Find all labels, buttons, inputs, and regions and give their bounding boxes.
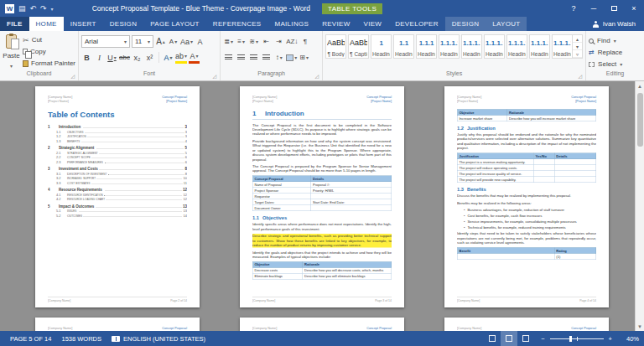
table-row[interactable]: Project SponsorPriority: H/M/L — [252, 188, 392, 194]
toc-entry[interactable]: 1 Introduction 3 — [48, 125, 187, 129]
table-row[interactable]: Eliminate backlogsDescribe how you will … — [252, 273, 392, 279]
page-strategic-alignment[interactable]: [Company Name][Project Name] Concept Pro… — [240, 318, 404, 331]
gallery-more-icon[interactable]: ▿ — [573, 50, 582, 58]
bold-button[interactable]: B — [81, 51, 92, 64]
grow-font-button[interactable]: A▴ — [155, 35, 166, 48]
zoom-slider[interactable] — [550, 338, 604, 339]
multilevel-list-button[interactable]: ≋▾ — [248, 35, 259, 48]
style-item[interactable]: 1.1 Heading 2 — [393, 34, 414, 59]
zoom-slider-thumb[interactable] — [569, 336, 572, 342]
toc-entry[interactable]: 1.1 Objectives 3 — [48, 130, 187, 134]
increase-indent-button[interactable]: ⇥ — [273, 35, 284, 48]
page-benefit-continued[interactable]: [Company Name][Project Name] Concept Pro… — [35, 318, 200, 331]
shrink-font-button[interactable]: A▾ — [168, 35, 179, 48]
table-row[interactable]: Increase market shareDescribe how you wi… — [457, 116, 596, 121]
ribbon-tab[interactable]: MAILINGS — [268, 17, 316, 31]
font-color-button[interactable]: A▾ — [189, 51, 200, 64]
table-row[interactable]: The project is a revenue-making opportun… — [457, 159, 596, 165]
toc-entry[interactable]: 2 Strategic Alignment 5 — [48, 146, 187, 150]
numbering-button[interactable]: ≡▾ — [236, 35, 247, 48]
style-item[interactable]: 1.1.1 Heading 3 — [416, 34, 437, 59]
change-case-button[interactable]: Aa▾ — [180, 35, 193, 48]
style-item[interactable]: AaBbCcI ¶ Caption — [348, 34, 369, 59]
toc-entry[interactable]: 3.2 Increased Support 10 — [48, 176, 187, 180]
ribbon-tab[interactable]: LAYOUT — [486, 17, 527, 31]
gallery-scroll-up-icon[interactable]: ▴ — [573, 35, 582, 43]
align-right-button[interactable] — [248, 51, 259, 64]
style-item[interactable]: AaBbCcI ¶ Body — [325, 34, 346, 59]
table-row[interactable]: Requestor — [252, 194, 392, 199]
web-layout-button[interactable] — [517, 331, 534, 346]
clear-formatting-button[interactable]: A — [195, 35, 205, 48]
toc-entry[interactable]: 2.3 Performance Measures 6 — [48, 160, 187, 164]
zoom-percentage[interactable]: 40% — [619, 335, 639, 343]
find-button[interactable]: Find▾ — [589, 35, 622, 46]
table-row[interactable]: The project will increase quality of ser… — [457, 171, 596, 177]
text-effects-button[interactable]: A▾ — [163, 51, 174, 64]
page-performance-measures[interactable]: [Company Name][Project Name] Concept Pro… — [444, 318, 609, 331]
toc-entry[interactable]: 4 Resource Requirements 12 — [48, 188, 187, 192]
ribbon-tab[interactable]: DESIGN — [445, 17, 486, 31]
concept-proposal-table[interactable]: Concept Proposal Details Name of Proposa… — [252, 176, 392, 212]
style-item[interactable]: 1 Heading 1 — [371, 34, 392, 59]
toc-entry[interactable]: 2.2 Concept Scope 6 — [48, 155, 187, 159]
redo-icon[interactable]: ↷ — [40, 5, 47, 13]
save-icon[interactable]: ▤ — [18, 5, 26, 13]
align-center-button[interactable] — [236, 51, 247, 64]
toc-entry[interactable]: 1.3 Benefits 4 — [48, 139, 187, 143]
ribbon-tab[interactable]: HOME — [29, 17, 64, 31]
font-dialog-launcher[interactable]: ◿ — [213, 73, 217, 79]
objectives-table[interactable]: Objective Rationale Decrease costsDescri… — [252, 261, 392, 280]
ribbon-tab[interactable]: VIEW — [357, 17, 389, 31]
account-chip[interactable]: Ivan Walsh — [584, 17, 644, 31]
font-size-select[interactable]: 11▾ — [132, 35, 153, 48]
help-button[interactable]: ? — [564, 0, 584, 17]
paste-button[interactable]: Paste ▾ — [3, 33, 20, 70]
show-formatting-marks-button[interactable]: ¶ — [299, 35, 310, 48]
shading-button[interactable]: ▾ — [286, 51, 297, 64]
table-row[interactable]: The project will reduce operating costs. — [457, 165, 596, 171]
toc-entry[interactable]: 2.1 Strategic Alignment 5 — [48, 151, 187, 155]
toc-entry[interactable]: 1.2 Justification 3 — [48, 134, 187, 138]
underline-button[interactable]: U▾ — [106, 51, 117, 64]
tab-file[interactable]: FILE — [0, 17, 29, 31]
italic-button[interactable]: I — [94, 51, 105, 64]
justify-button[interactable] — [261, 51, 272, 64]
ribbon-tab[interactable]: REVIEW — [315, 17, 356, 31]
ribbon-tab[interactable]: DEVELOPER — [388, 17, 445, 31]
vertical-scrollbar[interactable]: ▲ ▼ — [635, 81, 644, 331]
style-item[interactable]: 1.1.1.1.1.1 Heading 6 — [484, 34, 505, 59]
toc-entry[interactable]: 4.2 Resource Loading Chart 12 — [48, 197, 187, 201]
read-mode-button[interactable] — [484, 331, 501, 346]
ribbon-tab[interactable]: DESIGN — [103, 17, 143, 31]
benefit-rating-table[interactable]: Benefit Rating (1) — [457, 247, 596, 260]
proofing-status[interactable]: ENGLISH (UNITED STATES) — [106, 335, 210, 343]
undo-icon[interactable]: ↶ — [30, 5, 37, 13]
align-left-button[interactable] — [223, 51, 234, 64]
print-layout-button[interactable] — [501, 331, 517, 346]
toc-entry[interactable]: 3.3 Cost Estimates 11 — [48, 181, 187, 185]
table-row[interactable]: Document Owner — [252, 205, 392, 211]
page-toc[interactable]: [Company Name][Project Name] Concept Pro… — [35, 86, 200, 307]
table-row[interactable]: The project will provide new capability. — [457, 177, 596, 183]
clipboard-dialog-launcher[interactable]: ◿ — [70, 73, 75, 79]
page-justification-benefits[interactable]: [Company Name][Project Name] Concept Pro… — [444, 86, 609, 307]
copy-button[interactable]: Copy — [23, 46, 75, 57]
cut-button[interactable]: ✂ Cut — [23, 34, 75, 45]
zoom-in-button[interactable]: + — [609, 335, 612, 343]
replace-button[interactable]: ⇄ Replace — [589, 47, 622, 58]
style-item[interactable]: 1.1.1.1.1.1.1.1.1 Heading 9 — [552, 34, 573, 59]
toc-entry[interactable]: 5.1 Issues 13 — [48, 209, 187, 213]
style-item[interactable]: 1.1.1.1.1.1.1 Heading 7 — [506, 34, 527, 59]
styles-dialog-launcher[interactable]: ◿ — [578, 73, 582, 79]
font-name-select[interactable]: Arial▾ — [81, 35, 130, 48]
zoom-out-button[interactable]: − — [541, 335, 544, 343]
decrease-indent-button[interactable]: ⇤ — [261, 35, 272, 48]
line-spacing-button[interactable]: ↕▾ — [273, 51, 284, 64]
toc-entry[interactable]: 5.2 Outcomes 14 — [48, 214, 187, 218]
toc-entry[interactable]: 3 Investment and Costs 8 — [48, 167, 187, 171]
scroll-down-icon[interactable]: ▼ — [636, 322, 644, 331]
customize-qat-chevron-icon[interactable]: ▾ — [51, 6, 54, 12]
scrollbar-thumb[interactable] — [637, 93, 643, 147]
select-button[interactable]: Select▾ — [589, 59, 622, 70]
